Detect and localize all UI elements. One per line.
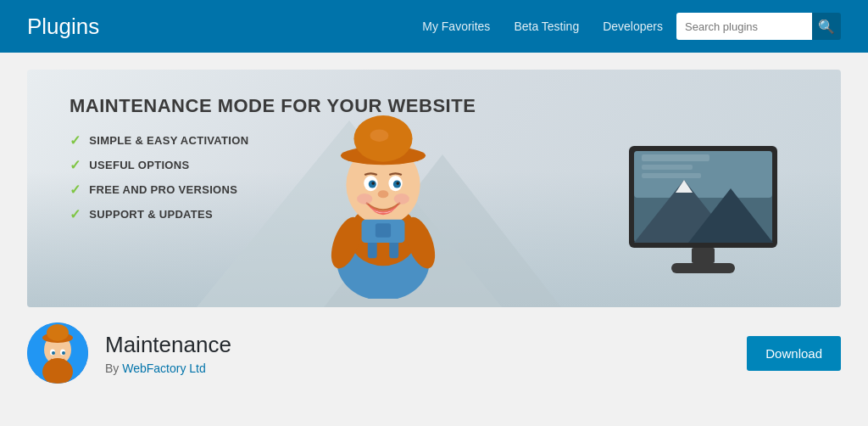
banner-features-list: ✓ SIMPLE & EASY ACTIVATION ✓ USEFUL OPTI… <box>70 132 476 222</box>
plugin-author: By WebFactory Ltd <box>105 362 730 375</box>
check-icon-1: ✓ <box>70 132 81 149</box>
svg-point-40 <box>62 351 65 355</box>
download-button[interactable]: Download <box>747 336 841 371</box>
feature-2: ✓ USEFUL OPTIONS <box>70 157 476 173</box>
search-button[interactable]: 🔍 <box>812 13 841 40</box>
feature-label-4: SUPPORT & UPDATES <box>89 208 213 221</box>
banner-headline: MAINTENANCE MODE FOR YOUR WEBSITE <box>70 95 476 117</box>
feature-label-3: FREE AND PRO VERSIONS <box>89 183 237 196</box>
check-icon-2: ✓ <box>70 157 81 173</box>
search-wrapper: 🔍 <box>676 13 841 40</box>
search-icon: 🔍 <box>818 19 835 35</box>
main-content: MAINTENANCE MODE FOR YOUR WEBSITE ✓ SIMP… <box>0 53 868 416</box>
plugin-avatar-svg <box>27 322 88 384</box>
plugin-meta: Maintenance By WebFactory Ltd <box>105 332 730 375</box>
plugin-avatar <box>27 322 88 384</box>
author-prefix: By <box>105 362 119 375</box>
feature-label-1: SIMPLE & EASY ACTIVATION <box>89 134 248 147</box>
feature-1: ✓ SIMPLE & EASY ACTIVATION <box>70 132 476 149</box>
plugin-info: Maintenance By WebFactory Ltd Download <box>27 307 841 399</box>
svg-rect-20 <box>376 223 391 237</box>
svg-rect-28 <box>642 154 709 161</box>
feature-label-2: USEFUL OPTIONS <box>89 159 189 171</box>
monitor-illustration <box>620 137 790 290</box>
feature-4: ✓ SUPPORT & UPDATES <box>70 206 476 222</box>
header-nav: My Favorites Beta Testing Developers <box>422 20 663 33</box>
svg-point-36 <box>47 324 69 341</box>
header: Plugins My Favorites Beta Testing Develo… <box>0 0 868 53</box>
feature-3: ✓ FREE AND PRO VERSIONS <box>70 182 476 198</box>
plugin-name: Maintenance <box>105 332 730 358</box>
page-title: Plugins <box>27 14 422 40</box>
author-link[interactable]: WebFactory Ltd <box>122 362 206 375</box>
svg-rect-29 <box>642 165 693 170</box>
check-icon-3: ✓ <box>70 182 81 198</box>
svg-rect-30 <box>642 173 701 178</box>
svg-point-39 <box>52 351 55 355</box>
search-input[interactable] <box>676 13 812 40</box>
nav-developers[interactable]: Developers <box>603 20 663 33</box>
plugin-banner: MAINTENANCE MODE FOR YOUR WEBSITE ✓ SIMP… <box>27 70 841 307</box>
nav-favorites[interactable]: My Favorites <box>422 20 490 33</box>
check-icon-4: ✓ <box>70 206 81 222</box>
svg-rect-32 <box>671 263 735 273</box>
banner-text: MAINTENANCE MODE FOR YOUR WEBSITE ✓ SIMP… <box>70 95 476 222</box>
svg-rect-31 <box>692 248 715 263</box>
nav-beta[interactable]: Beta Testing <box>514 20 579 33</box>
monitor-svg <box>620 137 790 290</box>
